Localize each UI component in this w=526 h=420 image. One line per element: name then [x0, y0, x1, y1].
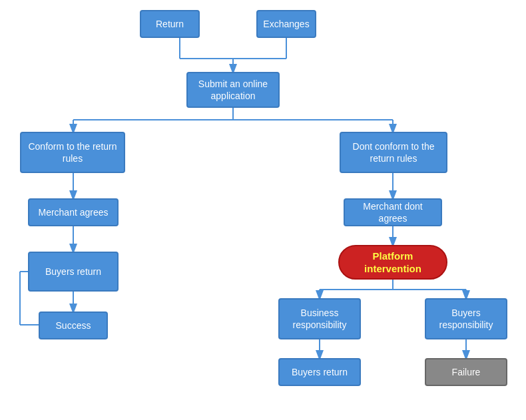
return-node: Return	[140, 10, 200, 38]
buyers-return-right-node: Buyers return	[278, 358, 361, 386]
submit-node: Submit an online application	[186, 72, 280, 108]
buyers-resp-node: Buyers responsibility	[425, 298, 507, 339]
dont-conform-node: Dont conform to the return rules	[340, 132, 447, 173]
conform-node: Conform to the return rules	[20, 132, 125, 173]
merchant-agrees-node: Merchant agrees	[28, 198, 119, 226]
business-resp-node: Business responsibility	[278, 298, 361, 339]
merchant-dont-node: Merchant dont agrees	[344, 198, 442, 226]
exchanges-node: Exchanges	[256, 10, 316, 38]
platform-node: Platform intervention	[338, 245, 447, 280]
success-node: Success	[39, 312, 108, 339]
buyers-return-left-node: Buyers return	[28, 252, 119, 292]
failure-node: Failure	[425, 358, 507, 386]
flowchart-diagram: Return Exchanges Submit an online applic…	[0, 0, 526, 420]
